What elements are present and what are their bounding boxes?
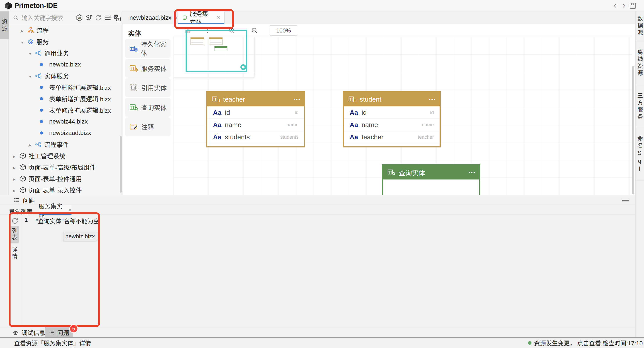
search-input[interactable]: 输入关键字搜索: [22, 14, 74, 22]
entity-teacher[interactable]: teacher Aa id id Aa name name Aa student…: [206, 91, 305, 148]
tree-item[interactable]: 表单新增扩展逻辑.bizx: [9, 93, 122, 104]
more-icon[interactable]: [292, 99, 300, 100]
tree-item[interactable]: 页面-表单-高级/布局组件: [9, 162, 122, 173]
rail-tab-resources[interactable]: 资源: [0, 12, 9, 39]
persistent-entity-icon: [130, 44, 138, 53]
zoom-level-display[interactable]: 100%: [269, 26, 298, 36]
rail-tab-named-sql[interactable]: 命名Sql: [636, 128, 644, 181]
file-dot-icon: [40, 86, 49, 89]
palette-item-reference-entity[interactable]: 引用实体: [125, 78, 171, 97]
entity-field[interactable]: Aa id id: [344, 106, 440, 119]
nav-back-icon[interactable]: ‹: [611, 1, 619, 9]
list-icon: [49, 330, 54, 336]
search-icon: [13, 15, 19, 21]
branch-icon: [35, 72, 44, 80]
entity-header[interactable]: 查询实体: [383, 166, 479, 180]
app-title: Primeton-IDE: [14, 2, 58, 10]
translate-icon[interactable]: En文: [114, 14, 121, 22]
new-module-icon[interactable]: [85, 14, 92, 22]
chevron-right-icon[interactable]: [13, 186, 19, 194]
tree-item[interactable]: 社工管理系统: [9, 150, 122, 162]
bottom-tab-row: 调试信息 问题: [0, 327, 635, 338]
file-dot-icon: [40, 132, 49, 134]
entity-title: teacher: [223, 96, 245, 103]
tree-item[interactable]: 通用业务: [9, 48, 122, 59]
save-icon[interactable]: [629, 2, 636, 10]
chevron-right-icon[interactable]: [13, 175, 19, 182]
collapse-all-icon[interactable]: [104, 14, 112, 22]
table-entity-icon: [212, 96, 220, 103]
chevron-down-icon[interactable]: [28, 50, 35, 56]
tree-item[interactable]: 页面-表单-控件通用: [9, 173, 122, 184]
tab-problems[interactable]: 问题: [45, 327, 73, 338]
palette-item-query-entity[interactable]: 查询实体: [125, 98, 171, 117]
minimap-viewport[interactable]: [186, 30, 247, 72]
tab-newbizaad[interactable]: newbizaad.bizx: [123, 12, 178, 24]
more-icon[interactable]: [468, 172, 475, 173]
tree-item[interactable]: 表单删除扩展逻辑.bizx: [9, 82, 122, 93]
status-green-dot-icon: [528, 341, 532, 345]
tab-debug-info[interactable]: 调试信息: [8, 327, 50, 338]
tree-item[interactable]: newbiz.bizx: [9, 59, 122, 70]
tree-item[interactable]: 页面-表单-录入控件: [9, 184, 122, 196]
tree-item[interactable]: 表单修改扩展逻辑.bizx: [9, 104, 122, 116]
entity-field[interactable]: Aa name name: [207, 119, 304, 131]
chevron-right-icon[interactable]: [13, 164, 19, 171]
entity-field[interactable]: Aa id id: [207, 106, 304, 119]
tree-item[interactable]: 服务: [9, 36, 122, 48]
chevron-down-icon[interactable]: [20, 38, 27, 45]
diagram-canvas[interactable]: 100% teacher Aa id id Aa name name Aa st…: [173, 24, 632, 195]
string-type-label: Aa: [350, 134, 358, 141]
more-icon[interactable]: [428, 99, 435, 100]
refresh-icon[interactable]: [94, 14, 102, 22]
string-type-label: Aa: [350, 121, 358, 128]
minimap-resize-handle[interactable]: [240, 64, 246, 70]
problem-count-badge: 5: [69, 324, 78, 333]
entity-title: student: [360, 96, 381, 103]
status-right-text: 资源发生变更， 点击查看,检查时间:17:10: [534, 338, 643, 347]
tree-item[interactable]: newbizaad.bizx: [9, 127, 122, 139]
zoom-out-icon[interactable]: [251, 27, 258, 34]
canvas-scrollbar[interactable]: [632, 66, 634, 194]
palette-item-comment[interactable]: 注释: [125, 118, 171, 136]
tree-item[interactable]: newbiz44.bizx: [9, 116, 122, 127]
status-right[interactable]: 资源发生变更， 点击查看,检查时间:17:10: [528, 338, 643, 347]
tree-item[interactable]: 流程: [9, 24, 122, 36]
entity-header[interactable]: student: [344, 92, 440, 106]
entity-field[interactable]: Aa students students: [207, 131, 304, 143]
entity-header[interactable]: teacher: [207, 92, 304, 106]
nav-forward-icon[interactable]: ›: [620, 1, 628, 9]
file-dot-icon: [40, 97, 49, 100]
entity-field[interactable]: Aa name name: [344, 119, 440, 131]
palette-item-service-entity[interactable]: 服务实体: [125, 59, 171, 78]
entity-student[interactable]: student Aa id id Aa name name Aa teacher…: [343, 91, 441, 148]
palette-item-persistent-entity[interactable]: 持久化实体: [125, 39, 171, 58]
chevron-right-icon[interactable]: [28, 141, 35, 148]
search-bar[interactable]: 输入关键字搜索 AI En文: [9, 12, 122, 24]
chevron-right-icon[interactable]: [20, 27, 27, 34]
reference-entity-icon: [130, 83, 138, 92]
resource-explorer: 输入关键字搜索 AI En文 流程: [9, 12, 123, 195]
file-dot-icon: [40, 63, 49, 66]
entity-field[interactable]: Aa teacher teacher: [344, 131, 440, 143]
tree-scrollbar[interactable]: [120, 136, 122, 193]
app-logo-icon: [4, 2, 12, 10]
rail-tab-offline-resources[interactable]: 离线资源: [636, 41, 644, 85]
tree-item[interactable]: 流程事件: [9, 139, 122, 150]
package-cube-icon: [19, 175, 28, 182]
minimap[interactable]: [173, 24, 254, 78]
table-entity-icon: [348, 96, 357, 103]
chevron-down-icon[interactable]: [28, 72, 35, 80]
chevron-right-icon[interactable]: [13, 152, 19, 159]
query-entity-icon: [130, 103, 138, 112]
title-bar: Primeton-IDE ‹ ›: [0, 0, 644, 12]
rail-tab-datasource[interactable]: 数据源: [636, 12, 644, 41]
tree-item[interactable]: 实体服务: [9, 70, 122, 82]
resource-tree: 流程 服务 通用业务 newbiz.bizx 实体服务: [9, 24, 122, 195]
flow-icon: [27, 27, 36, 34]
entity-query[interactable]: 查询实体: [382, 164, 480, 195]
string-type-label: Aa: [213, 134, 221, 141]
collapse-panel-button[interactable]: [622, 200, 629, 202]
rail-tab-third-party-services[interactable]: 三方服务: [636, 85, 644, 128]
ai-assistant-icon[interactable]: AI: [76, 14, 83, 22]
